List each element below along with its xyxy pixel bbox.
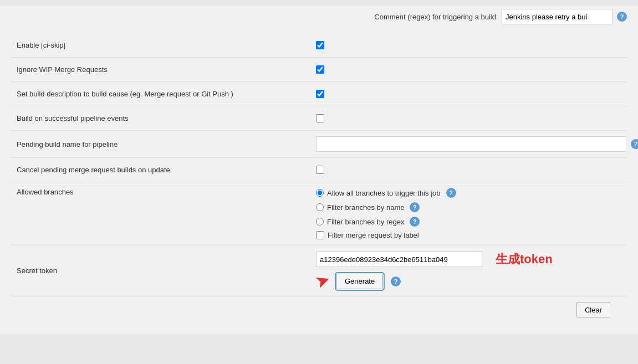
build-on-pipeline-checkbox[interactable] [316,114,324,122]
pending-build-name-label: Pending build name for pipeline [17,140,316,148]
token-input-row: 生成token [316,251,553,268]
set-build-desc-checkbox[interactable] [316,90,324,98]
allowed-branches-row: Allowed branches Allow all branches to t… [11,182,627,245]
filter-label-label: Filter merge request by label [328,231,419,239]
pending-build-name-row: Pending build name for pipeline ? [11,131,627,158]
annotation-text: 生成token [496,251,553,268]
generate-button[interactable]: Generate [336,274,383,289]
set-build-desc-control [316,90,621,98]
filter-regex-label: Filter branches by regex [327,218,404,226]
build-on-pipeline-row: Build on successful pipeline events [11,106,627,131]
filter-name-label: Filter branches by name [327,203,404,212]
set-build-desc-row: Set build description to build cause (eg… [11,82,627,106]
pending-build-name-input[interactable] [316,136,626,152]
page-container: Comment (regex) for triggering a build ?… [0,0,638,364]
cancel-pending-label: Cancel pending merge request builds on u… [17,166,316,174]
red-arrow-icon: ➤ [313,270,331,292]
comment-row: Comment (regex) for triggering a build ? [0,6,638,28]
filter-label-checkbox[interactable] [316,231,324,239]
filter-label-option: Filter merge request by label [316,231,456,239]
allowed-branches-control: Allow all branches to trigger this job ?… [316,188,621,239]
comment-input[interactable] [502,9,613,24]
comment-help-icon[interactable]: ? [617,12,627,22]
bottom-row: Clear [11,296,627,323]
ignore-wip-row: Ignore WIP Merge Requests [11,58,627,82]
pending-build-help-icon[interactable]: ? [631,139,638,149]
ignore-wip-control [316,65,621,74]
secret-token-label: Secret token [17,266,316,275]
allow-all-help-icon[interactable]: ? [446,188,456,198]
filter-name-radio[interactable] [316,203,324,211]
secret-token-row: Secret token 生成token ➤ Generate ? [11,245,627,296]
filter-regex-help-icon[interactable]: ? [410,217,420,227]
pending-build-name-control: ? [316,136,638,152]
filter-regex-radio[interactable] [316,218,324,225]
set-build-desc-label: Set build description to build cause (eg… [17,90,316,98]
radio-options-group: Allow all branches to trigger this job ?… [316,188,456,239]
build-on-pipeline-control [316,114,621,122]
token-generate-row: ➤ Generate ? [316,272,401,290]
allow-all-label: Allow all branches to trigger this job [327,189,441,197]
enable-ci-skip-label: Enable [ci-skip] [17,41,316,49]
enable-ci-skip-row: Enable [ci-skip] [11,33,627,58]
allow-all-radio[interactable] [316,189,324,197]
build-on-pipeline-label: Build on successful pipeline events [17,114,316,122]
secret-token-help-icon[interactable]: ? [391,276,401,286]
cancel-pending-checkbox[interactable] [316,166,324,174]
secret-token-input[interactable] [316,252,482,267]
ignore-wip-checkbox[interactable] [316,65,324,74]
allow-all-option: Allow all branches to trigger this job ? [316,188,456,198]
clear-button[interactable]: Clear [576,302,610,317]
cancel-pending-control [316,166,621,174]
enable-ci-skip-control [316,41,621,49]
comment-label: Comment (regex) for triggering a build [374,13,496,21]
enable-ci-skip-checkbox[interactable] [316,41,324,49]
form-section: Enable [ci-skip] Ignore WIP Merge Reques… [0,28,638,334]
filter-regex-option: Filter branches by regex ? [316,217,456,227]
secret-token-control: 生成token ➤ Generate ? [316,251,621,290]
filter-name-help-icon[interactable]: ? [410,202,420,212]
allowed-branches-label: Allowed branches [17,188,316,196]
filter-name-option: Filter branches by name ? [316,202,456,212]
cancel-pending-row: Cancel pending merge request builds on u… [11,158,627,182]
ignore-wip-label: Ignore WIP Merge Requests [17,65,316,74]
